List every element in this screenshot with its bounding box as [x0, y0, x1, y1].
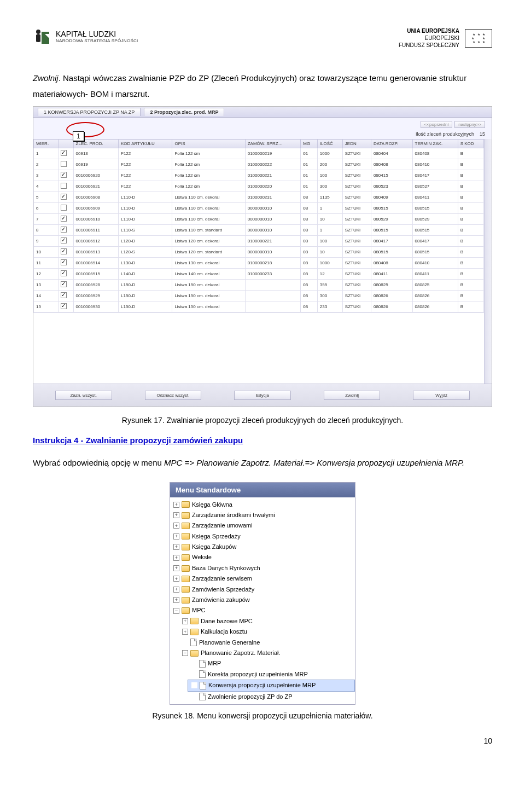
table-row[interactable]: 50010006908L110-DListwa 110 cm. dekoral0…: [34, 192, 484, 203]
row-checkbox[interactable]: [61, 259, 67, 265]
row-checkbox[interactable]: [61, 281, 67, 287]
folder-icon: [190, 629, 199, 635]
tree-item[interactable]: +Zarządzanie środkami trwałymi: [170, 510, 355, 520]
table-row[interactable]: 110010006914L130-DListwa 130 cm. dekoral…: [34, 258, 484, 269]
table-row[interactable]: 40010006921F122Folia 122 cm0100000220013…: [34, 181, 484, 192]
table-row[interactable]: 150010006930L150-DListwa 150 cm. dekoral…: [34, 301, 484, 312]
expand-icon[interactable]: +: [173, 502, 179, 508]
select-all-button[interactable]: Zazn. wszyst.: [55, 391, 112, 400]
exit-button[interactable]: Wyjdź: [413, 391, 470, 400]
tree-item[interactable]: +Kalkulacja kosztu: [179, 627, 355, 637]
expand-icon[interactable]: +: [182, 629, 188, 635]
row-checkbox[interactable]: [61, 194, 67, 200]
table-cell: 0100000222: [245, 159, 301, 170]
expand-icon[interactable]: +: [173, 587, 179, 593]
table-cell: Listwa 150 cm. dekoral: [172, 301, 245, 312]
vertical-scrollbar[interactable]: [484, 139, 492, 384]
column-header[interactable]: WIER.: [34, 140, 59, 148]
menu-tree[interactable]: +Księga Główna+Zarządzanie środkami trwa…: [170, 497, 355, 704]
tree-item[interactable]: +Księga Główna: [170, 500, 355, 510]
expand-icon[interactable]: +: [173, 533, 179, 540]
table-row[interactable]: 30010006920F122Folia 122 cm0100000221011…: [34, 170, 484, 181]
column-header[interactable]: ILOŚĆ: [317, 140, 342, 148]
tree-item[interactable]: +Weksle: [170, 552, 355, 562]
column-header[interactable]: MG: [301, 140, 317, 148]
table-cell: Listwa 110 cm. dekoral: [172, 214, 245, 225]
table-row[interactable]: 60010006909L110-DListwa 110 cm. dekoral0…: [34, 203, 484, 214]
column-header[interactable]: KOD ARTYKUŁU: [119, 140, 172, 148]
tree-item[interactable]: −Planowanie Zapotrz. Materiał.: [179, 648, 355, 658]
tree-item[interactable]: +Dane bazowe MPC: [179, 616, 355, 627]
data-grid[interactable]: WIER.ZLEC. PROD.KOD ARTYKUŁUOPISZAMÓW. S…: [33, 139, 484, 312]
tree-item[interactable]: MRP: [188, 658, 355, 669]
tree-item[interactable]: −MPC: [170, 605, 355, 616]
column-header[interactable]: [58, 140, 73, 148]
expand-icon[interactable]: +: [173, 565, 179, 571]
row-checkbox[interactable]: [61, 292, 67, 298]
column-header[interactable]: JEDN: [342, 140, 371, 148]
expand-icon[interactable]: +: [173, 597, 179, 603]
edit-button[interactable]: Edycja: [234, 391, 291, 400]
table-cell: 11: [34, 258, 59, 269]
table-cell: 0010006921: [73, 181, 118, 192]
row-checkbox[interactable]: [61, 248, 67, 254]
row-checkbox[interactable]: [61, 183, 67, 189]
expand-icon[interactable]: +: [173, 576, 179, 582]
tree-item[interactable]: +Baza Danych Rynkowych: [170, 563, 355, 573]
table-row[interactable]: 106918F122Folia 122 cm0100000219011000SZ…: [34, 148, 484, 159]
release-button[interactable]: Zwolnij: [324, 391, 381, 400]
table-row[interactable]: 90010006912L120-DListwa 120 cm. dekoral0…: [34, 236, 484, 247]
collapse-icon[interactable]: −: [173, 608, 179, 614]
row-checkbox[interactable]: [61, 205, 67, 211]
table-cell: 080409: [371, 192, 412, 203]
tree-item[interactable]: +Księga Sprzedaży: [170, 531, 355, 542]
table-row[interactable]: 206919F122Folia 122 cm010000022201200SZT…: [34, 159, 484, 170]
table-row[interactable]: 70010006910L110-DListwa 110 cm. dekoral0…: [34, 214, 484, 225]
table-cell: 080415: [371, 170, 412, 181]
table-row[interactable]: 80010006911L110-SListwa 110 cm. standard…: [34, 225, 484, 236]
row-checkbox[interactable]: [61, 270, 67, 276]
table-row[interactable]: 120010006915L140-DListwa 140 cm. dekoral…: [34, 269, 484, 280]
expand-icon[interactable]: +: [173, 555, 179, 561]
tree-item[interactable]: +Zarządzanie umowami: [170, 520, 355, 531]
tree-item[interactable]: +Zamówienia Sprzedaży: [170, 584, 355, 595]
tree-item[interactable]: +Zamówienia zakupów: [170, 595, 355, 605]
row-checkbox[interactable]: [61, 303, 67, 309]
column-header[interactable]: ZAMÓW. SPRZ…: [245, 140, 301, 148]
deselect-all-button[interactable]: Odznacz wszyst.: [145, 391, 202, 400]
table-cell: B: [458, 170, 483, 181]
tree-item[interactable]: +Księga Zakupów: [170, 542, 355, 552]
tree-item[interactable]: Korekta propozycji uzupełnienia MRP: [188, 669, 355, 680]
expand-icon[interactable]: +: [173, 523, 179, 529]
prev-button[interactable]: <<poprzedni: [421, 121, 452, 128]
column-header[interactable]: DATA ROZP.: [371, 140, 412, 148]
tree-item[interactable]: Zwolnienie propozycji ZP do ZP: [188, 692, 355, 702]
tree-item[interactable]: +Zarządzanie serwisem: [170, 573, 355, 584]
row-checkbox[interactable]: [61, 161, 67, 167]
table-row[interactable]: 100010006913L120-SListwa 120 cm. standar…: [34, 247, 484, 258]
next-button[interactable]: następny>>: [454, 121, 485, 128]
tab-2[interactable]: 2 Propozycja zlec. prod. MRP: [144, 108, 224, 116]
expand-icon[interactable]: +: [173, 544, 179, 550]
column-header[interactable]: OPIS: [172, 140, 245, 148]
row-checkbox[interactable]: [61, 150, 67, 156]
tree-item[interactable]: Planowanie Generalne: [179, 637, 355, 648]
table-cell: 080411: [412, 269, 458, 280]
table-cell: 080408: [371, 258, 412, 269]
column-header[interactable]: S KOD: [458, 140, 483, 148]
expand-icon[interactable]: +: [182, 618, 188, 624]
tree-item[interactable]: Konwersja propozycji uzupełnienie MRP: [188, 680, 355, 691]
table-cell: SZTUKI: [342, 203, 371, 214]
expand-icon[interactable]: +: [173, 512, 179, 518]
table-cell: 100: [317, 170, 342, 181]
table-cell: 080411: [371, 269, 412, 280]
row-checkbox[interactable]: [61, 172, 67, 178]
table-row[interactable]: 140010006929L150-DListwa 150 cm. dekoral…: [34, 291, 484, 301]
table-row[interactable]: 130010006928L150-DListwa 150 cm. dekoral…: [34, 280, 484, 291]
column-header[interactable]: TERMIN ZAK.: [412, 140, 458, 148]
row-checkbox[interactable]: [61, 227, 67, 233]
row-checkbox[interactable]: [61, 237, 67, 243]
tab-1[interactable]: 1 KONWERSJA PROPOZYCJI ZP NA ZP: [38, 108, 141, 116]
row-checkbox[interactable]: [61, 216, 67, 222]
collapse-icon[interactable]: −: [182, 650, 188, 656]
